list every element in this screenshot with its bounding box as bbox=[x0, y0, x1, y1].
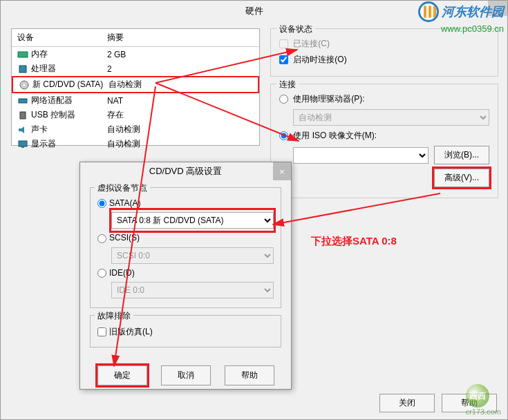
device-header: 设备 摘要 bbox=[12, 29, 259, 47]
close-button[interactable]: 关闭 bbox=[379, 394, 435, 412]
col-summary: 摘要 bbox=[107, 32, 124, 44]
physical-radio[interactable] bbox=[279, 95, 288, 104]
dev-name: 处理器 bbox=[31, 63, 107, 75]
adv-title: CD/DVD 高级设置 bbox=[149, 165, 222, 178]
svg-rect-1 bbox=[19, 66, 26, 73]
sata-radio[interactable] bbox=[97, 199, 106, 208]
dev-name: 声卡 bbox=[31, 124, 107, 135]
row-advanced: 高级(V)... bbox=[279, 166, 489, 189]
group-title: 虚拟设备节点 bbox=[95, 182, 150, 194]
adv-button-row: 确定 取消 帮助 bbox=[80, 361, 291, 390]
dev-summary: 自动检测 bbox=[107, 138, 140, 150]
dev-summary: 自动检测 bbox=[109, 79, 142, 90]
title-bar: 硬件 × bbox=[1, 1, 507, 21]
close-icon[interactable]: × bbox=[273, 162, 291, 180]
svg-rect-7 bbox=[19, 141, 27, 146]
physical-label: 使用物理驱动器(P): bbox=[293, 94, 364, 104]
svg-rect-8 bbox=[21, 146, 24, 148]
start-connect-label: 启动时连接(O) bbox=[293, 55, 346, 64]
device-row[interactable]: 网络适配器 NAT bbox=[12, 93, 259, 108]
ide-radio[interactable] bbox=[97, 269, 106, 278]
help-button[interactable]: 帮助 bbox=[225, 365, 274, 385]
cancel-button[interactable]: 取消 bbox=[161, 365, 211, 385]
scsi-select: SCSI 0:0 bbox=[111, 247, 274, 264]
device-row-cddvd[interactable]: 新 CD/DVD (SATA) 自动检测 bbox=[12, 76, 259, 93]
dev-name: 新 CD/DVD (SATA) bbox=[32, 79, 109, 90]
help-button[interactable]: 帮助 bbox=[442, 394, 497, 412]
row-physical-sel: 自动检测 bbox=[293, 107, 489, 128]
device-row[interactable]: 声卡 自动检测 bbox=[12, 122, 259, 137]
physical-select: 自动检测 bbox=[293, 109, 489, 126]
connected-checkbox bbox=[279, 39, 288, 48]
device-status-group: 设备状态 已连接(C) 启动时连接(O) bbox=[270, 28, 498, 77]
ide-select: IDE 0:0 bbox=[111, 282, 274, 298]
dev-name: 内存 bbox=[31, 48, 107, 60]
device-row[interactable]: 内存 2 GB bbox=[12, 47, 259, 61]
ide-label: IDE(D) bbox=[109, 268, 135, 278]
group-title: 连接 bbox=[276, 79, 299, 90]
usb-icon bbox=[17, 111, 28, 120]
row-connected: 已连接(C) bbox=[279, 36, 489, 52]
close-icon[interactable]: × bbox=[488, 1, 507, 16]
troubleshoot-group: 故障排除 旧版仿真(L) bbox=[90, 315, 281, 347]
scsi-radio[interactable] bbox=[97, 234, 106, 243]
dev-name: 显示器 bbox=[31, 138, 107, 150]
browse-button[interactable]: 浏览(B)... bbox=[434, 146, 489, 164]
connected-label: 已连接(C) bbox=[293, 39, 330, 48]
cpu-icon bbox=[17, 64, 28, 74]
connection-group: 连接 使用物理驱动器(P): 自动检测 使用 ISO 映像文件(M): 浏览(B… bbox=[270, 84, 498, 198]
col-device: 设备 bbox=[17, 32, 107, 44]
right-settings: 设备状态 已连接(C) 启动时连接(O) 连接 使用物理驱动器(P): 自动检测 bbox=[270, 28, 498, 205]
row-physical: 使用物理驱动器(P): bbox=[279, 91, 489, 107]
dev-summary: 存在 bbox=[107, 109, 124, 121]
svg-marker-6 bbox=[19, 126, 24, 133]
start-connect-checkbox[interactable] bbox=[279, 55, 288, 64]
iso-label: 使用 ISO 映像文件(M): bbox=[293, 131, 377, 140]
virtual-node-group: 虚拟设备节点 SATA(A) SATA 0:8 新 CD/DVD (SATA) … bbox=[90, 187, 281, 308]
dev-name: USB 控制器 bbox=[31, 109, 107, 121]
sound-icon bbox=[17, 125, 28, 135]
svg-point-3 bbox=[23, 84, 26, 86]
adv-title-bar: CD/DVD 高级设置 × bbox=[80, 162, 291, 180]
svg-rect-5 bbox=[20, 112, 26, 119]
device-row[interactable]: 显示器 自动检测 bbox=[12, 137, 259, 151]
legacy-label: 旧版仿真(L) bbox=[109, 327, 153, 336]
dev-summary: 2 GB bbox=[107, 50, 126, 59]
iso-radio[interactable] bbox=[279, 131, 288, 140]
scsi-label: SCSI(S) bbox=[109, 233, 140, 242]
legacy-checkbox[interactable] bbox=[97, 327, 106, 336]
dev-summary: NAT bbox=[107, 96, 123, 106]
advanced-button[interactable]: 高级(V)... bbox=[434, 169, 489, 187]
device-list: 设备 摘要 内存 2 GB 处理器 2 新 CD/DVD (SATA) 自动检测… bbox=[11, 28, 260, 146]
advanced-dialog: CD/DVD 高级设置 × 虚拟设备节点 SATA(A) SATA 0:8 新 … bbox=[79, 162, 292, 390]
window-title: 硬件 bbox=[245, 5, 263, 17]
row-iso: 使用 ISO 映像文件(M): bbox=[279, 128, 489, 144]
svg-rect-0 bbox=[18, 52, 28, 57]
sata-label: SATA(A) bbox=[109, 198, 141, 208]
dev-name: 网络适配器 bbox=[31, 95, 107, 106]
footer-buttons: 关闭 帮助 bbox=[379, 394, 497, 412]
display-icon bbox=[17, 140, 28, 149]
dev-summary: 自动检测 bbox=[107, 124, 140, 135]
ok-button[interactable]: 确定 bbox=[97, 365, 147, 385]
memory-icon bbox=[17, 50, 28, 59]
group-title: 设备状态 bbox=[276, 23, 315, 35]
cd-icon bbox=[19, 80, 30, 90]
sata-select[interactable]: SATA 0:8 新 CD/DVD (SATA) bbox=[111, 212, 274, 229]
iso-path-select[interactable] bbox=[293, 147, 429, 164]
row-iso-file: 浏览(B)... bbox=[293, 144, 489, 166]
device-row[interactable]: 处理器 2 bbox=[12, 61, 259, 76]
group-title: 故障排除 bbox=[95, 310, 133, 322]
row-start-connect: 启动时连接(O) bbox=[279, 52, 489, 68]
dev-summary: 2 bbox=[107, 64, 112, 74]
network-icon bbox=[17, 96, 28, 106]
device-row[interactable]: USB 控制器 存在 bbox=[12, 108, 259, 122]
svg-rect-4 bbox=[19, 99, 27, 103]
